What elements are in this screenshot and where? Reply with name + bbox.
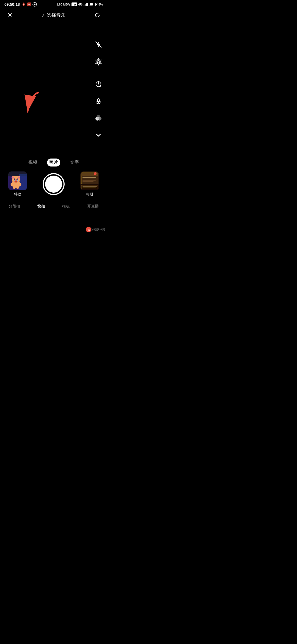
arrow-indicator [19,90,47,124]
network-speed: 1.60 MB/s [56,3,70,6]
svg-point-35 [15,179,15,179]
header: ✕ ♪ 选择音乐 [0,8,107,22]
svg-text:HD: HD [73,4,76,6]
status-time: 09:50:18 [4,2,20,7]
tab-text[interactable]: 文字 [68,159,81,167]
flash-off-icon [95,41,102,48]
svg-point-40 [15,181,16,182]
app-icon-red: R [27,2,31,7]
shutter-inner [45,176,62,193]
shutter-button[interactable] [43,173,65,195]
refresh-icon [94,12,101,19]
svg-point-30 [12,176,14,179]
svg-point-36 [17,179,18,179]
chevron-down-icon [95,131,102,139]
svg-rect-52 [82,179,95,179]
hotspot-icon [21,2,26,7]
title-text: 选择音乐 [47,12,65,18]
effects-button[interactable]: 特效 [7,171,29,197]
watermark-text: 冰糖安卓网 [91,228,105,231]
beauty-button[interactable] [92,95,105,107]
svg-point-50 [94,172,97,175]
status-right: 1.60 MB/s HD 4G 48% [56,2,103,6]
sidebar-icons: 3 [92,39,105,141]
bottom-nav: 分段拍 快拍 模板 开直播 [0,201,107,214]
svg-rect-58 [82,186,97,187]
signal-icon [84,3,88,6]
hd-badge: HD [72,2,77,6]
music-icon: ♪ [42,12,45,18]
status-left: 09:50:18 R [4,2,37,7]
settings-button[interactable] [92,56,105,68]
timer-button[interactable]: 3 [92,78,105,90]
svg-rect-57 [82,186,97,189]
svg-point-12 [97,61,100,63]
nav-template[interactable]: 模板 [59,203,73,210]
svg-rect-59 [82,187,96,188]
gallery-button[interactable]: 相册 [79,171,101,197]
svg-rect-7 [84,5,84,6]
svg-text:冰: 冰 [88,229,90,231]
tab-photo[interactable]: 照片 [47,159,60,167]
gallery-label: 相册 [86,192,93,197]
camera-viewfinder: 3 [0,22,107,154]
tab-video[interactable]: 视频 [26,159,39,167]
svg-point-4 [34,4,35,5]
color-filter-button[interactable] [92,112,105,124]
svg-rect-54 [82,181,94,182]
nav-live[interactable]: 开直播 [84,203,102,210]
network-type: 4G [78,2,82,6]
svg-rect-9 [86,3,87,6]
svg-point-41 [16,181,17,182]
svg-point-32 [18,176,20,179]
app-icon-circle [32,2,37,7]
close-button[interactable]: ✕ [4,10,15,21]
more-button[interactable] [92,129,105,141]
flash-off-button[interactable] [92,39,105,51]
nav-segment[interactable]: 分段拍 [5,203,23,210]
battery-percent: 48% [97,3,103,6]
battery-icon [89,3,96,6]
svg-rect-53 [82,180,96,181]
svg-text:3: 3 [100,85,101,88]
color-icon [95,114,102,122]
svg-point-44 [13,186,15,189]
svg-rect-8 [85,4,86,6]
effects-label: 特效 [14,192,21,197]
svg-rect-51 [82,177,96,178]
gallery-thumbnail [80,171,99,190]
sidebar-divider [94,73,103,73]
svg-point-19 [100,103,100,104]
gear-icon [95,58,102,66]
svg-point-22 [97,115,100,119]
watermark-icon: 冰 [86,227,91,232]
arrow-icon [19,90,47,123]
svg-point-45 [16,186,19,189]
refresh-button[interactable] [92,10,103,21]
status-bar: 09:50:18 R 1.60 MB/s HD [0,0,107,8]
svg-point-17 [98,100,99,102]
svg-point-18 [97,103,98,104]
svg-rect-26 [19,174,27,190]
svg-text:R: R [28,3,30,6]
header-title: ♪ 选择音乐 [42,12,65,18]
effects-thumbnail [8,171,27,190]
nav-quick[interactable]: 快拍 [34,203,48,210]
svg-point-0 [23,4,24,5]
timer-icon: 3 [95,80,102,88]
svg-rect-10 [87,3,88,6]
beauty-icon [95,97,102,105]
svg-point-34 [16,179,18,181]
mode-tabs: 视频 照片 文字 [0,156,107,169]
gallery-image [80,171,99,190]
effects-image [8,171,27,190]
watermark: 冰 冰糖安卓网 [86,227,105,232]
capture-row: 特效 [0,169,107,201]
svg-point-33 [14,179,15,181]
